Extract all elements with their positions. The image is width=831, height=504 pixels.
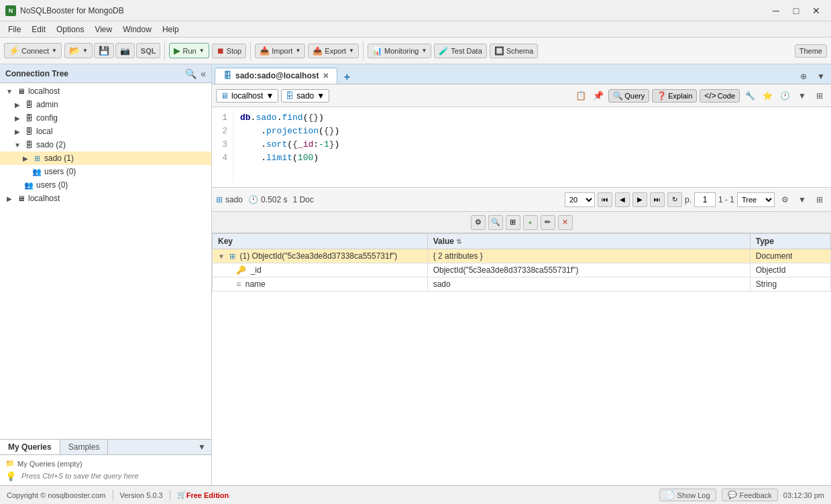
test-data-button[interactable]: 🧪 Test Data [434,44,486,58]
code-editor[interactable]: 1 2 3 4 db.sado.find({}) .projection({})… [212,107,831,188]
last-page-button[interactable]: ⏭ [650,192,665,207]
queries-panel-collapse[interactable]: ▼ [192,440,211,454]
tab-my-queries[interactable]: My Queries [0,440,60,454]
menu-help[interactable]: Help [157,23,184,36]
collapse-icon[interactable]: « [201,68,206,79]
results-more-icon[interactable]: ▼ [795,192,810,207]
settings-icon[interactable]: ⚙ [777,192,792,207]
add-tab-button[interactable]: + [340,70,353,84]
tree-item-users-top[interactable]: 👥 users (0) [0,178,211,192]
tree-item-config[interactable]: ▶ 🗄 config [0,111,211,125]
tree-item-users-sado[interactable]: 👥 users (0) [0,165,211,178]
status-sep-1 [113,490,113,501]
code-content: db.sado.find({}) .projection({}) .sort({… [233,111,831,183]
db-selector-icon: 🗄 [286,91,294,101]
db-selector[interactable]: 🗄 sado ▼ [281,89,329,103]
refresh-button[interactable]: ↻ [667,192,682,207]
menu-options[interactable]: Options [51,23,89,36]
run-button[interactable]: ▶ Run ▼ [169,43,209,58]
row-expand-icon-1[interactable]: ▼ [218,253,225,260]
maximize-button[interactable]: □ [787,4,806,17]
code-button[interactable]: </> Code [700,89,740,103]
more-icon-2[interactable]: ▼ [795,88,810,103]
import-button[interactable]: 📥 Import ▼ [255,44,305,58]
line-num-3: 3 [217,138,227,151]
menu-window[interactable]: Window [117,23,157,36]
data-search-icon[interactable]: 🔍 [488,215,503,230]
tab-bar-actions: ⊕ ▼ [796,69,828,84]
schema-button[interactable]: 🔲 Schema [490,44,538,58]
query-button[interactable]: 🔍 Query [608,89,649,103]
copy-icon[interactable]: 📋 [573,88,588,103]
code-line-4: .limit(100) [240,151,824,165]
search-icon[interactable]: 🔍 [185,68,197,79]
line-num-2: 2 [217,125,227,138]
history-icon[interactable]: 🕐 [777,88,792,103]
tree-header-icons: 🔍 « [185,68,206,79]
tab-samples[interactable]: Samples [60,440,109,454]
tree-item-sado-db[interactable]: ▼ 🗄 sado (2) [0,138,211,151]
query-tab-label: sado:sado@localhost [235,71,319,80]
result-table: Key Value ⇅ Type ▼ ⊞ (1) Obj [212,233,831,485]
server-selector[interactable]: 🖥 localhost ▼ [216,89,278,103]
expand-icon[interactable]: ⊞ [812,88,827,103]
table-row[interactable]: 🔑 _id ObjectId("5c3ea3de8d37338ca555731f… [213,263,831,277]
stop-button[interactable]: ⏹ Stop [212,44,247,58]
tab-expand-icon[interactable]: ▼ [814,69,828,84]
more-icon-1[interactable]: 🔧 [742,88,757,103]
menu-view[interactable]: View [89,23,117,36]
tree-item-sado-collection[interactable]: ▶ ⊞ sado (1) [0,151,211,165]
val-cell-1: { 2 attributes } [427,249,750,263]
tab-close-button[interactable]: ✕ [323,72,329,80]
value-sort-icon[interactable]: ⇅ [456,238,461,245]
query-tab-sado[interactable]: 🗄 sado:sado@localhost ✕ [215,68,337,84]
data-table: Key Value ⇅ Type ▼ ⊞ (1) Obj [212,233,831,292]
pin-icon[interactable]: 📌 [591,88,606,103]
tree-item-local[interactable]: ▶ 🗄 local [0,125,211,138]
open-file-button[interactable]: 📂 ▼ [64,43,93,58]
code-btn-icon: </> [704,91,716,101]
tree-item-admin[interactable]: ▶ 🗄 admin [0,98,211,111]
export-button[interactable]: 📤 Export ▼ [308,44,359,58]
tab-action-icon[interactable]: ⊕ [796,69,811,84]
save-file-button[interactable]: 💾 [94,43,114,58]
screenshot-button[interactable]: 📷 [115,43,135,58]
results-expand-icon[interactable]: ⊞ [812,192,827,207]
close-button[interactable]: ✕ [807,4,826,17]
star-icon[interactable]: ⭐ [760,88,775,103]
key-cell-3: ≡ name [213,277,428,292]
explain-button[interactable]: ❓ Explain [652,89,697,103]
show-log-button[interactable]: 📄 Show Log [659,489,716,501]
query-tab-bar: 🗄 sado:sado@localhost ✕ + ⊕ ▼ [212,64,831,84]
app-icon: N [5,5,16,16]
code-line-3: .sort({_id:-1}) [240,138,824,151]
minimize-button[interactable]: ─ [767,4,785,17]
table-row[interactable]: ≡ name sado String [213,277,831,292]
table-row[interactable]: ▼ ⊞ (1) ObjectId("5c3ea3de8d37338ca55573… [213,249,831,263]
connect-button[interactable]: ⚡ Connect ▼ [4,43,62,58]
data-view-icon[interactable]: ⊞ [506,215,520,230]
result-timing: 0.502 s [261,195,287,204]
data-add-icon[interactable]: + [523,215,538,230]
tree-item-localhost[interactable]: ▼ 🖥 localhost [0,84,211,98]
tree-item-localhost2[interactable]: ▶ 🖥 localhost [0,192,211,205]
sql-button[interactable]: SQL [136,43,161,58]
page-input[interactable] [694,192,716,207]
key-cell-2: 🔑 _id [213,263,428,277]
status-sep-2 [170,490,170,501]
data-edit-icon[interactable]: ✏ [541,215,555,230]
theme-button[interactable]: Theme [795,44,827,58]
menu-file[interactable]: File [3,23,26,36]
feedback-button[interactable]: 💬 Feedback [722,489,778,501]
data-delete-icon[interactable]: ✕ [558,215,573,230]
prev-page-button[interactable]: ◀ [615,192,630,207]
first-page-button[interactable]: ⏮ [598,192,612,207]
menu-edit[interactable]: Edit [26,23,51,36]
next-page-button[interactable]: ▶ [632,192,647,207]
limit-select[interactable]: 20 50 100 [565,192,595,207]
status-bar: Copyright © nosqlbooster.com Version 5.0… [0,485,831,504]
monitoring-button[interactable]: 📊 Monitoring ▼ [368,44,431,58]
view-mode-select[interactable]: Tree Table JSON [737,192,775,207]
val-cell-2: ObjectId("5c3ea3de8d37338ca555731f") [427,263,750,277]
data-filter-icon[interactable]: ⚙ [471,215,486,230]
